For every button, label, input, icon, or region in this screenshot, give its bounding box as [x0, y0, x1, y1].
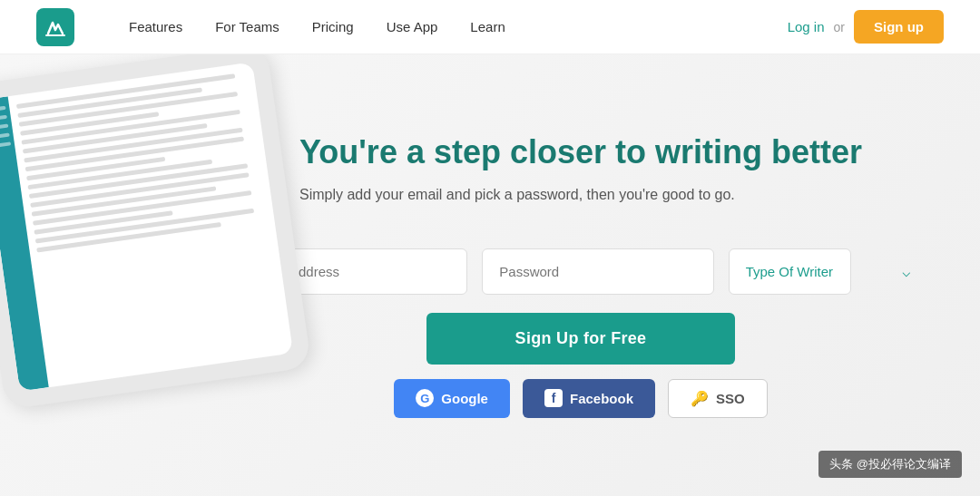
google-label: Google: [441, 391, 488, 406]
main-nav: Features For Teams Pricing Use App Learn: [129, 19, 788, 34]
writer-type-select[interactable]: Type Of Writer Student Researcher Academ…: [729, 248, 851, 295]
or-separator: or: [834, 20, 845, 34]
google-icon: G: [416, 389, 434, 407]
social-buttons: G Google f Facebook 🔑 SSO: [394, 379, 767, 418]
login-link[interactable]: Log in: [788, 19, 825, 34]
nav-for-teams[interactable]: For Teams: [215, 19, 279, 34]
key-icon: 🔑: [691, 390, 709, 407]
watermark: 头条 @投必得论文编译: [818, 451, 962, 478]
logo-icon: [36, 8, 74, 46]
hero-content: You're a step closer to writing better S…: [299, 132, 862, 229]
hero-section: You're a step closer to writing better S…: [0, 54, 980, 496]
hero-subtitle: Simply add your email and pick a passwor…: [299, 187, 862, 203]
facebook-label: Facebook: [570, 391, 633, 406]
action-area: Sign Up for Free G Google f Facebook 🔑 S…: [236, 313, 926, 418]
email-input[interactable]: [236, 248, 467, 295]
writer-type-select-wrap: Type Of Writer Student Researcher Academ…: [729, 248, 926, 295]
header-actions: Log in or Sign up: [788, 10, 944, 44]
logo[interactable]: [36, 8, 74, 46]
sso-label: SSO: [716, 391, 745, 406]
password-input[interactable]: [482, 248, 713, 295]
google-signup-button[interactable]: G Google: [394, 379, 510, 418]
header: Features For Teams Pricing Use App Learn…: [0, 0, 980, 54]
signup-form-row: Type Of Writer Student Researcher Academ…: [236, 248, 926, 295]
nav-pricing[interactable]: Pricing: [312, 19, 354, 34]
header-signup-button[interactable]: Sign up: [854, 10, 944, 44]
facebook-icon: f: [544, 389, 563, 407]
nav-features[interactable]: Features: [129, 19, 182, 34]
chevron-down-icon: ⌵: [902, 263, 911, 280]
nav-use-app[interactable]: Use App: [387, 19, 438, 34]
sso-signup-button[interactable]: 🔑 SSO: [668, 379, 768, 418]
signup-free-button[interactable]: Sign Up for Free: [426, 313, 735, 365]
hero-title: You're a step closer to writing better: [299, 132, 862, 171]
facebook-signup-button[interactable]: f Facebook: [523, 379, 655, 418]
nav-learn[interactable]: Learn: [470, 19, 505, 34]
